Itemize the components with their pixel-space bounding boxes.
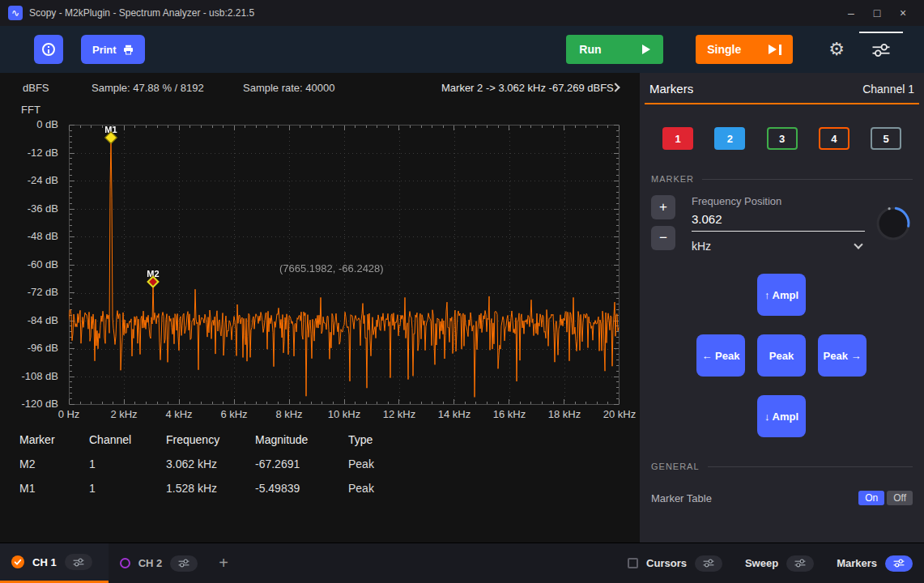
single-shot-icon <box>769 45 781 55</box>
chevron-down-icon <box>854 240 862 249</box>
x-tick-label: 0 Hz <box>58 408 80 420</box>
marker-table-toggle-row: Marker Table On Off <box>651 491 913 505</box>
info-icon <box>42 43 55 56</box>
x-tick-label: 10 kHz <box>328 408 360 420</box>
marker-button-2[interactable]: 2 <box>714 127 745 150</box>
table-row-cell: 1 <box>89 476 166 500</box>
cursors-settings-button[interactable] <box>695 555 722 572</box>
channel-2-tab[interactable]: CH 2 <box>109 543 210 583</box>
y-tick-label: -96 dB <box>0 342 58 354</box>
y-unit-label: dBFS <box>23 82 49 94</box>
marker-table-toggle-label: Marker Table <box>651 492 712 504</box>
frequency-stepper: + − <box>651 195 675 253</box>
marker-table-header: Frequency <box>166 428 255 452</box>
channel-1-settings-button[interactable] <box>65 554 92 570</box>
channel-2-label: CH 2 <box>138 557 163 569</box>
table-row-cell: Peak <box>348 452 413 476</box>
x-tick-label: 2 kHz <box>110 408 137 420</box>
sample-status: Sample: 47.88 % / 8192 <box>92 82 204 94</box>
table-row-cell: M1 <box>19 476 89 500</box>
marker-section-header: MARKER <box>651 174 913 184</box>
settings-sliders-icon <box>702 559 715 568</box>
marker-button-3[interactable]: 3 <box>767 127 798 150</box>
channel-1-enabled-icon[interactable] <box>11 555 24 568</box>
plot-marker-m1[interactable]: M1 <box>106 133 115 142</box>
info-button[interactable] <box>34 35 63 64</box>
window-controls: – □ × <box>838 0 916 26</box>
title-bar: ∿ Scopy - M2kPlugin - Spectrum Analyzer … <box>0 0 924 26</box>
channel-2-settings-button[interactable] <box>170 555 198 572</box>
frequency-position-label: Frequency Position <box>692 195 865 207</box>
settings-sliders-icon <box>892 559 905 568</box>
channel-bar: CH 1 CH 2 + Cursors Sweep Markers <box>0 543 924 583</box>
marker-readout: Marker 2 -> 3.062 kHz -67.269 dBFS <box>441 82 614 94</box>
table-row-cell: 3.062 kHz <box>166 452 255 476</box>
marker-button-1[interactable]: 1 <box>662 127 693 150</box>
window-title: Scopy - M2kPlugin - Spectrum Analyzer - … <box>29 7 254 19</box>
table-row-cell: M2 <box>19 452 89 476</box>
minimize-button[interactable]: – <box>838 0 864 26</box>
cursors-label: Cursors <box>646 557 687 569</box>
marker-button-4[interactable]: 4 <box>819 127 849 150</box>
y-tick-label: -60 dB <box>0 258 58 270</box>
toggle-on-option[interactable]: On <box>858 491 884 505</box>
peak-left-button[interactable]: ← Peak <box>696 334 745 377</box>
settings-sliders-icon <box>72 558 85 567</box>
plot-marker-m2[interactable]: M2 <box>148 277 157 286</box>
y-tick-label: -72 dB <box>0 286 58 298</box>
marker-button-5[interactable]: 5 <box>871 127 901 150</box>
panel-toggle-button[interactable] <box>859 32 903 67</box>
x-tick-label: 4 kHz <box>165 408 192 420</box>
markers-settings-button[interactable] <box>885 555 913 572</box>
sample-rate-status: Sample rate: 40000 <box>243 82 334 94</box>
amplitude-up-button[interactable]: ↑ Ampl <box>757 274 806 316</box>
y-tick-label: 0 dB <box>0 118 58 130</box>
single-button-label: Single <box>707 43 741 56</box>
table-row-cell: -67.2691 <box>255 452 348 476</box>
single-button[interactable]: Single <box>696 35 793 64</box>
marker-table: Marker Channel Frequency Magnitude Type … <box>19 428 413 500</box>
toggle-off-option[interactable]: Off <box>887 491 913 505</box>
y-tick-label: -48 dB <box>0 230 58 242</box>
toolbar: Print Run Single ⚙ <box>0 26 924 73</box>
channel-2-disabled-icon[interactable] <box>120 558 130 568</box>
print-button[interactable]: Print <box>81 35 145 64</box>
y-tick-label: -120 dB <box>0 398 58 410</box>
close-button[interactable]: × <box>890 0 916 26</box>
print-button-label: Print <box>92 44 117 56</box>
frequency-knob[interactable] <box>875 205 912 253</box>
x-tick-label: 18 kHz <box>548 408 581 420</box>
fft-axis-label: FFT <box>21 104 40 116</box>
collapse-panel-chevron[interactable] <box>612 84 619 91</box>
unit-select[interactable]: kHz <box>692 232 865 253</box>
x-tick-label: 14 kHz <box>438 408 471 420</box>
marker-selector-row: 1 2 3 4 5 <box>640 104 924 150</box>
add-channel-button[interactable]: + <box>219 543 228 583</box>
decrement-button[interactable]: − <box>651 226 675 250</box>
x-tick-label: 12 kHz <box>383 408 415 420</box>
x-tick-label: 6 kHz <box>220 408 247 420</box>
channel-1-tab[interactable]: CH 1 <box>0 543 109 583</box>
marker-table-header: Type <box>348 428 413 452</box>
table-row-cell: 1.528 kHz <box>166 476 255 500</box>
sweep-settings-button[interactable] <box>786 555 814 572</box>
marker-table-header: Magnitude <box>255 428 348 452</box>
chevron-right-icon <box>611 83 620 91</box>
panel-title: Markers <box>649 82 693 96</box>
sweep-label: Sweep <box>745 557 778 569</box>
run-button[interactable]: Run <box>566 35 663 64</box>
frequency-position-input[interactable] <box>692 207 865 232</box>
x-tick-label: 8 kHz <box>275 408 302 420</box>
y-tick-label: -108 dB <box>0 370 58 382</box>
knob-icon <box>875 205 912 242</box>
amplitude-down-button[interactable]: ↓ Ampl <box>757 395 806 437</box>
gear-icon[interactable]: ⚙ <box>828 40 845 58</box>
table-row-cell: Peak <box>348 476 413 500</box>
peak-button[interactable]: Peak <box>757 334 806 377</box>
y-tick-label: -84 dB <box>0 314 58 326</box>
maximize-button[interactable]: □ <box>864 0 890 26</box>
peak-right-button[interactable]: Peak → <box>818 334 867 377</box>
increment-button[interactable]: + <box>651 195 675 219</box>
y-tick-label: -12 dB <box>0 147 58 159</box>
cursors-checkbox[interactable] <box>628 558 638 568</box>
